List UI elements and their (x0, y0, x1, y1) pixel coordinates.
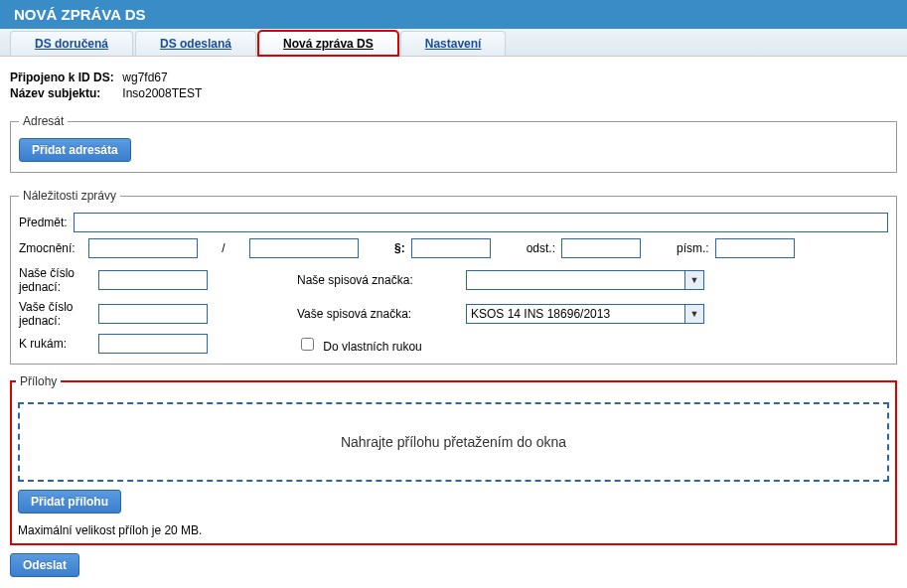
our-cj-label: Naše číslo jednací: (19, 266, 98, 294)
tab-settings[interactable]: Nastavení (400, 31, 507, 56)
paragraph-input[interactable] (411, 238, 491, 258)
attachment-dropzone[interactable]: Nahrajte přílohu přetažením do okna (18, 402, 889, 482)
conn-id-label: Připojeno k ID DS: (10, 71, 119, 84)
zmocneni-label: Zmocnění: (19, 241, 82, 255)
your-sp-label: Vaše spisová značka: (297, 307, 466, 321)
zmocneni-b-input[interactable] (249, 238, 359, 258)
recipient-fieldset: Adresát Přidat adresáta (10, 114, 897, 173)
zmocneni-slash: / (204, 241, 243, 255)
own-hands-checkbox[interactable] (301, 338, 314, 351)
pism-input[interactable] (715, 238, 795, 258)
tab-sent[interactable]: DS odeslaná (135, 31, 256, 56)
kruk-input[interactable] (98, 334, 208, 354)
your-cj-label: Vaše číslo jednací: (19, 300, 98, 328)
our-sp-input[interactable] (466, 270, 684, 290)
kruk-label: K rukám: (19, 337, 98, 351)
tab-received[interactable]: DS doručená (10, 31, 133, 56)
conn-id-row: Připojeno k ID DS: wg7fd67 (10, 71, 897, 84)
odst-label: odst.: (527, 241, 555, 255)
message-legend: Náležitosti zprávy (19, 189, 120, 203)
recipient-legend: Adresát (19, 114, 68, 128)
send-button[interactable]: Odeslat (10, 553, 79, 577)
our-sp-label: Naše spisová značka: (297, 273, 466, 287)
conn-subject-value: Inso2008TEST (122, 86, 202, 100)
our-sp-dropdown-button[interactable]: ▼ (684, 270, 704, 290)
zmocneni-a-input[interactable] (88, 238, 198, 258)
conn-id-value: wg7fd67 (122, 71, 167, 84)
subject-label: Předmět: (19, 216, 68, 229)
add-recipient-button[interactable]: Přidat adresáta (19, 138, 131, 162)
our-cj-input[interactable] (98, 270, 208, 290)
conn-subject-label: Název subjektu: (10, 86, 119, 100)
attachment-limit-note: Maximální velikost příloh je 20 MB. (18, 523, 889, 537)
message-fieldset: Náležitosti zprávy Předmět: Zmocnění: / … (10, 189, 897, 365)
tab-new-message[interactable]: Nová zpráva DS (258, 31, 398, 56)
conn-subject-row: Název subjektu: Inso2008TEST (10, 86, 897, 100)
your-cj-input[interactable] (98, 304, 208, 324)
odst-input[interactable] (561, 238, 641, 258)
subject-input[interactable] (74, 213, 888, 232)
add-attachment-button[interactable]: Přidat přílohu (18, 490, 121, 514)
own-hands-label: Do vlastních rukou (323, 340, 421, 354)
page-title: NOVÁ ZPRÁVA DS (0, 0, 907, 29)
pism-label: písm.: (677, 241, 709, 255)
tab-bar: DS doručená DS odeslaná Nová zpráva DS N… (0, 29, 907, 57)
paragraph-label: §: (394, 241, 405, 255)
attachments-section: Přílohy Nahrajte přílohu přetažením do o… (10, 380, 897, 545)
your-sp-input[interactable] (466, 304, 684, 324)
attachments-legend: Přílohy (16, 374, 61, 388)
your-sp-dropdown-button[interactable]: ▼ (684, 304, 704, 324)
